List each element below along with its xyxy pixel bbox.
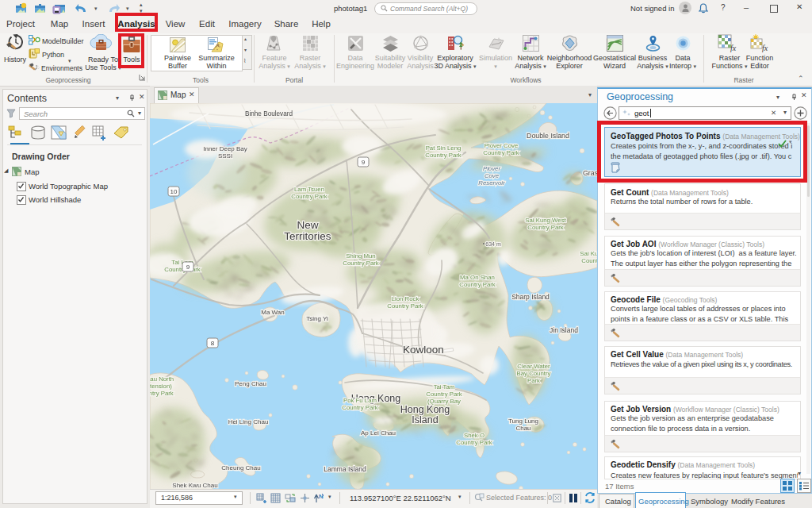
- svg-text:Tsing Yi: Tsing Yi: [306, 315, 328, 322]
- svg-text:Country Park: Country Park: [343, 260, 379, 267]
- svg-text:8: 8: [211, 340, 215, 347]
- svg-text:Country Park: Country Park: [483, 149, 519, 156]
- svg-text:Shing Mun: Shing Mun: [346, 252, 375, 260]
- svg-text:10: 10: [170, 188, 178, 195]
- svg-text:Ma Wan: Ma Wan: [261, 309, 285, 316]
- svg-text:Jin Island: Jin Island: [550, 326, 578, 334]
- svg-text:Cove: Cove: [485, 172, 500, 179]
- svg-text:Inner Deep Bay: Inner Deep Bay: [203, 145, 247, 152]
- svg-text:Country Park: Country Park: [459, 281, 496, 288]
- svg-text:New: New: [297, 219, 318, 231]
- svg-text:Sharp Island: Sharp Island: [511, 293, 550, 301]
- svg-text:Pat Sin Leng: Pat Sin Leng: [426, 144, 462, 152]
- svg-text:Island: Island: [412, 414, 438, 425]
- svg-text:634 m: 634 m: [485, 241, 501, 247]
- svg-text:Park: Park: [527, 377, 540, 384]
- svg-text:SSSI: SSSI: [218, 152, 232, 160]
- svg-text:Kowloon: Kowloon: [403, 344, 444, 356]
- svg-text:Gras: Gras: [583, 169, 597, 177]
- svg-text:Tung Lung: Tung Lung: [508, 418, 538, 425]
- svg-text:Reservoir: Reservoir: [478, 179, 505, 187]
- svg-text:Lam Tsuen: Lam Tsuen: [294, 186, 324, 193]
- svg-text:Binhe Boulevard: Binhe Boulevard: [245, 110, 293, 117]
- svg-text:Lion Rock: Lion Rock: [392, 295, 419, 302]
- svg-text:9: 9: [186, 264, 190, 271]
- svg-text:Tai Tam: Tai Tam: [434, 383, 455, 391]
- svg-text:(Quarry Bay: (Quarry Bay: [427, 398, 461, 405]
- svg-text:ntau North: ntau North: [150, 375, 174, 383]
- svg-text:Country Park: Country Park: [387, 302, 423, 310]
- svg-text:untry Park: untry Park: [150, 390, 174, 397]
- svg-text:Sai Kung West: Sai Kung West: [525, 217, 566, 224]
- svg-text:Plover Cove: Plover Cove: [485, 142, 518, 149]
- svg-text:Plover: Plover: [483, 165, 501, 172]
- svg-text:Pok Fu Lam: Pok Fu Lam: [343, 397, 377, 404]
- svg-text:Bay Country: Bay Country: [517, 370, 551, 377]
- svg-text:Ap Lei Chau: Ap Lei Chau: [361, 429, 396, 437]
- svg-text:Double Island: Double Island: [527, 132, 569, 140]
- svg-text:Country Park: Country Park: [456, 439, 492, 446]
- svg-text:Country Park: Country Park: [527, 224, 564, 231]
- svg-text:Clear Water: Clear Water: [517, 363, 550, 370]
- svg-text:Country Park: Country Park: [342, 404, 378, 411]
- svg-text:fx: fx: [762, 44, 768, 52]
- svg-text:Peng Chau: Peng Chau: [235, 380, 266, 387]
- svg-text:Sai Kun: Sai Kun: [580, 250, 597, 257]
- svg-text:Territories: Territories: [284, 230, 331, 242]
- svg-text:xtension): xtension): [150, 383, 172, 390]
- svg-text:Ma On Shan: Ma On Shan: [460, 274, 495, 281]
- svg-text:9: 9: [362, 159, 366, 166]
- svg-text:Country Park: Country Park: [425, 152, 462, 159]
- svg-text:Country Park: Country Park: [291, 193, 327, 200]
- svg-text:Chau: Chau: [515, 425, 530, 432]
- svg-text:Countr: Countr: [581, 257, 597, 264]
- svg-text:Hong Kong: Hong Kong: [400, 404, 450, 415]
- svg-text:fx: fx: [730, 44, 737, 52]
- svg-text:Country Park: Country Park: [426, 391, 462, 398]
- svg-text:Shek Kwu Chau: Shek Kwu Chau: [172, 482, 217, 489]
- svg-text:Lamma Island: Lamma Island: [324, 465, 366, 473]
- svg-text:Hei Ling Chau: Hei Ling Chau: [228, 418, 269, 425]
- svg-text:Shek O: Shek O: [464, 432, 485, 439]
- svg-text:Cheung Chau: Cheung Chau: [221, 464, 260, 471]
